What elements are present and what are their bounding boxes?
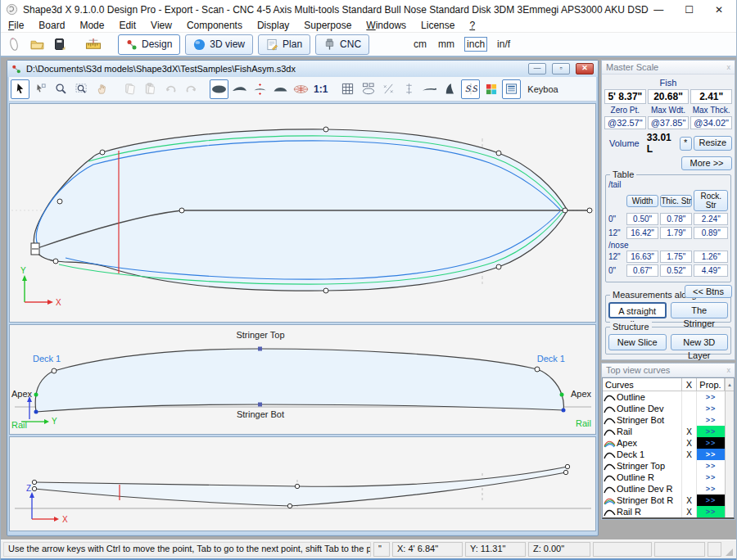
thic-str-col-button[interactable]: Thic. Str: [660, 195, 692, 207]
list-panel-icon[interactable]: [502, 79, 521, 99]
resize-grip[interactable]: [724, 542, 734, 557]
new-board-icon[interactable]: [5, 35, 23, 53]
solid-view-icon[interactable]: [271, 79, 290, 99]
zero-pt-value[interactable]: @32.57": [604, 116, 646, 129]
plan-button[interactable]: Plan: [258, 34, 310, 55]
curves-col-header[interactable]: Curves: [603, 378, 682, 391]
rail-point-left[interactable]: [34, 410, 38, 414]
scroll-up-icon[interactable]: ▲: [725, 378, 734, 391]
maximize-button[interactable]: ☐: [685, 4, 694, 16]
length-value[interactable]: 5' 8.37": [604, 89, 646, 104]
prop-button[interactable]: >>: [697, 391, 725, 403]
prop-button[interactable]: >>: [697, 414, 725, 426]
menu-view[interactable]: View: [143, 20, 179, 31]
curve-row[interactable]: Outline R >>: [603, 472, 734, 483]
panel-close-icon[interactable]: x: [727, 366, 731, 374]
doc-minimize-button[interactable]: —: [528, 63, 546, 75]
apex-point-right[interactable]: [560, 393, 564, 397]
select-tool-icon[interactable]: [11, 79, 29, 99]
document-title-bar[interactable]: D:\Documents\S3d models\Shape3dX\TestSam…: [7, 61, 598, 77]
tail-12-thic[interactable]: 1.79": [660, 227, 692, 239]
rail-point-right[interactable]: [562, 409, 566, 413]
prop-button[interactable]: >>: [697, 426, 725, 437]
zoom-tool-icon[interactable]: [52, 79, 70, 99]
tail-12-rock[interactable]: 0.89": [694, 227, 728, 239]
doc-restore-button[interactable]: ▫: [552, 63, 570, 75]
zoom-window-tool-icon[interactable]: [72, 79, 91, 99]
ruler-icon[interactable]: [84, 35, 102, 53]
save-icon[interactable]: [51, 35, 69, 53]
grid-icon[interactable]: [338, 79, 357, 99]
resize-button[interactable]: Resize: [694, 136, 732, 151]
new-slice-button[interactable]: New Slice: [608, 334, 667, 350]
width-value[interactable]: 20.68": [648, 89, 690, 104]
width-col-button[interactable]: Width: [626, 195, 658, 207]
nose-0-thic[interactable]: 0.52": [660, 264, 692, 277]
doc-close-button[interactable]: ✕: [576, 63, 594, 75]
menu-mode[interactable]: Mode: [72, 20, 111, 31]
redo-icon-disabled[interactable]: [182, 79, 201, 99]
tail-0-width[interactable]: 0.50": [626, 213, 658, 225]
unit-mm[interactable]: mm: [436, 38, 456, 51]
max-thck-value[interactable]: @34.02": [690, 116, 732, 129]
rock-str-col-button[interactable]: Rock. Str: [694, 190, 728, 211]
panel-close-icon[interactable]: x: [727, 63, 731, 71]
copy-icon-disabled[interactable]: [120, 79, 139, 99]
stringer-profile-icon[interactable]: [420, 79, 439, 99]
prop-col-header[interactable]: Prop.: [697, 378, 725, 391]
apex-point-left[interactable]: [34, 393, 38, 397]
3d-view-button[interactable]: 3D view: [185, 34, 253, 55]
undo-icon-disabled[interactable]: [161, 79, 180, 99]
menu-superpose[interactable]: Superpose: [296, 20, 359, 31]
tail-0-thic[interactable]: 0.78": [660, 213, 692, 225]
btns-toggle-button[interactable]: << Btns: [685, 285, 732, 298]
measure-icon[interactable]: [379, 79, 398, 99]
minimize-button[interactable]: —: [653, 4, 663, 16]
unit-inf[interactable]: in/f: [495, 38, 512, 51]
max-wdt-value[interactable]: @37.85": [648, 116, 690, 129]
nose-0-width[interactable]: 0.67": [626, 264, 658, 277]
unit-toggle-button[interactable]: *: [680, 137, 692, 151]
slice-view-icon[interactable]: [251, 79, 269, 99]
stringer-button[interactable]: The Stringer: [671, 302, 729, 318]
curve-row[interactable]: Outline Dev R >>: [603, 483, 734, 495]
select-plus-tool-icon[interactable]: [31, 79, 50, 99]
curves-panel-header[interactable]: Top view curves x: [602, 364, 735, 377]
outline-view-icon[interactable]: [210, 79, 228, 99]
menu-edit[interactable]: Edit: [111, 20, 143, 31]
master-scale-header[interactable]: Master Scale x: [602, 61, 735, 75]
prop-button[interactable]: >>: [697, 483, 725, 495]
menu-components[interactable]: Components: [179, 20, 250, 31]
design-button[interactable]: Design: [118, 34, 180, 55]
ratio-1-1-button[interactable]: 1:1: [312, 84, 329, 95]
menu-license[interactable]: License: [414, 20, 462, 31]
prop-button[interactable]: >>: [697, 472, 725, 483]
nose-12-rock[interactable]: 1.26": [694, 251, 728, 263]
menu-board[interactable]: Board: [31, 20, 72, 31]
straight-line-button[interactable]: A straight line: [608, 302, 667, 318]
fin-icon[interactable]: [441, 79, 459, 99]
prop-button[interactable]: >>: [697, 460, 725, 472]
close-button[interactable]: ✕: [715, 4, 723, 16]
curve-row[interactable]: Rail R X >>: [603, 506, 734, 517]
slice-view-canvas[interactable]: Y Stringer Top Stringer Bot Deck 1 Deck …: [9, 324, 596, 435]
profile-view-canvas[interactable]: Z X: [9, 436, 596, 531]
curve-row[interactable]: Stringer Bot >>: [603, 414, 734, 426]
nose-12-thic[interactable]: 1.75": [660, 251, 692, 263]
menu-help[interactable]: ?: [462, 20, 482, 31]
tail-0-rock[interactable]: 2.24": [694, 213, 728, 225]
pan-hand-icon[interactable]: [93, 79, 111, 99]
menu-file[interactable]: File: [1, 20, 31, 31]
cnc-button[interactable]: CNC: [315, 34, 369, 55]
tail-12-width[interactable]: 16.42": [626, 227, 658, 239]
paste-icon-disabled[interactable]: [141, 79, 160, 99]
deck-point-right[interactable]: [535, 367, 540, 372]
thickness-value[interactable]: 2.41": [690, 89, 732, 104]
menu-windows[interactable]: Windows: [359, 20, 414, 31]
color-palette-icon[interactable]: [482, 79, 500, 99]
stringer-bot-point[interactable]: [258, 403, 262, 407]
wireframe-view-icon[interactable]: [292, 79, 310, 99]
unit-cm[interactable]: cm: [412, 38, 428, 51]
curve-row[interactable]: Deck 1 X >>: [603, 449, 734, 460]
deck-point-left[interactable]: [52, 368, 57, 373]
